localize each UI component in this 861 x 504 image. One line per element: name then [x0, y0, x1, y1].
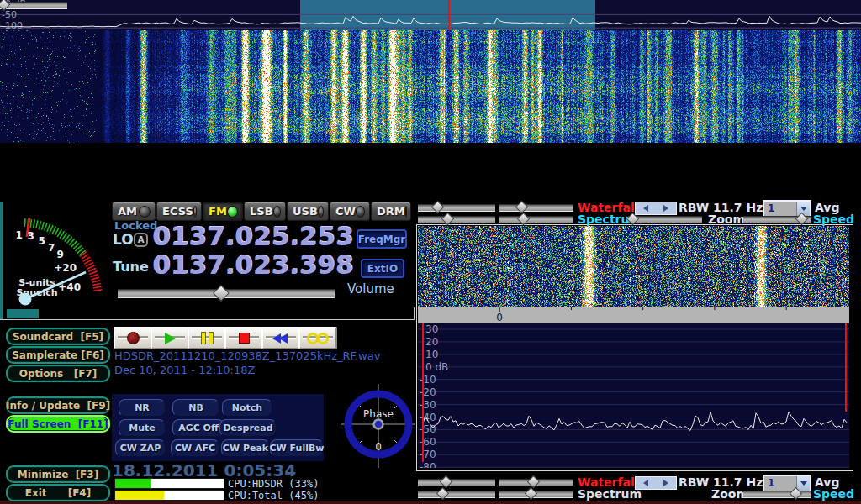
- mode-label: USB: [293, 205, 318, 218]
- scroll-left-arrow[interactable]: [643, 480, 648, 486]
- scroll-right-arrow[interactable]: [663, 205, 668, 212]
- loop-button[interactable]: [298, 327, 337, 349]
- recording-filename[interactable]: HDSDR_20111210_120938Z_137025kHz_RF.wav: [114, 349, 380, 362]
- dsp-button-cw-zap[interactable]: CW ZAP: [115, 439, 166, 457]
- top-waterfall-brightness-slider[interactable]: [499, 204, 573, 212]
- bottom-spectrum-contrast-slider-thumb[interactable]: [436, 487, 450, 501]
- top-waterfall-brightness-slider-thumb[interactable]: [515, 201, 529, 214]
- scroll-right-arrow[interactable]: [663, 480, 668, 486]
- mode-button-am[interactable]: AM: [112, 202, 156, 221]
- scroll-left-arrow[interactable]: [643, 205, 648, 212]
- bottom-waterfall-brightness-slider-thumb[interactable]: [527, 475, 541, 489]
- rx-marker-right[interactable]: [845, 323, 847, 412]
- dropdown-arrow-icon[interactable]: [796, 476, 810, 491]
- mode-button-cw[interactable]: CW: [330, 202, 370, 221]
- avg-count-value: 1: [764, 476, 796, 491]
- volume-slider[interactable]: [118, 289, 335, 298]
- extio-button[interactable]: ExtIO: [361, 259, 404, 278]
- dsp-button-notch[interactable]: Notch: [222, 399, 272, 417]
- menu-button-info[interactable]: Info / Update [F9]: [6, 396, 110, 414]
- mode-led-indicator: [356, 206, 365, 218]
- menu-button-exit[interactable]: Exit [F4]: [6, 484, 110, 501]
- bottom-spectrum-brightness-slider[interactable]: [499, 491, 573, 498]
- dsp-button-cw-afc[interactable]: CW AFC: [171, 439, 219, 457]
- menu-button-soundcard[interactable]: Soundcard [F5]: [6, 328, 110, 345]
- pause-button[interactable]: [188, 327, 226, 349]
- lo-auto-badge[interactable]: A: [134, 233, 148, 247]
- rx-marker-left[interactable]: [422, 323, 424, 462]
- top-waterfall-contrast-slider[interactable]: [418, 204, 495, 212]
- top-zoom-slider[interactable]: [628, 216, 702, 223]
- cpu-total-meter: [114, 490, 224, 501]
- top-zoom-label: Zoom: [708, 213, 745, 226]
- cpu-hdsdr-fill: [115, 479, 151, 488]
- top-speed-label: Speed: [813, 213, 854, 226]
- mode-button-drm[interactable]: DRM: [371, 202, 411, 221]
- panel-divider-corner: [414, 307, 415, 320]
- mode-label: ECSS: [162, 205, 193, 218]
- mode-button-lsb[interactable]: LSB: [244, 202, 286, 221]
- rx-waterfall-display[interactable]: [418, 226, 849, 307]
- dsp-button-cw-peak[interactable]: CW Peak: [221, 439, 270, 457]
- bottom-spectrum-contrast-slider[interactable]: [418, 491, 495, 498]
- dsp-button-cw-fullbw[interactable]: CW FullBw: [270, 439, 324, 457]
- top-spectrum-contrast-slider[interactable]: [418, 216, 495, 223]
- mode-led-indicator: [318, 206, 324, 218]
- stop-button[interactable]: [224, 327, 263, 349]
- dsp-button-agc-off[interactable]: AGC Off: [172, 419, 224, 437]
- freqmgr-button[interactable]: FreqMgr: [357, 229, 407, 249]
- menu-button-full[interactable]: Full Screen [F11]: [6, 415, 110, 433]
- mode-label: FM: [209, 205, 227, 218]
- top-spectrum-brightness-slider-thumb[interactable]: [517, 213, 531, 226]
- bottom-zoom-slider[interactable]: [0, 2, 67, 9]
- volume-slider-thumb[interactable]: [213, 285, 230, 302]
- mode-button-ecss[interactable]: ECSS: [156, 202, 202, 221]
- mode-label: LSB: [250, 205, 273, 218]
- dsp-button-mute[interactable]: Mute: [119, 419, 166, 437]
- top-waterfall-contrast-slider-thumb[interactable]: [431, 201, 445, 214]
- phase-label: Phase: [363, 408, 394, 420]
- cpu-hdsdr-label: CPU:HDSDR (33%): [228, 478, 319, 490]
- phase-indicator[interactable]: Phase0: [340, 382, 417, 470]
- top-spectrum-contrast-slider-thumb[interactable]: [441, 213, 455, 226]
- smeter-scale-number: 9: [57, 249, 64, 260]
- menu-button-samplerate[interactable]: Samplerate [F6]: [6, 346, 110, 364]
- rx-frequency-scale[interactable]: 010002000300040005000: [418, 307, 849, 323]
- tune-marker-line[interactable]: [448, 0, 450, 30]
- top-speed-slider[interactable]: [743, 216, 811, 223]
- lo-label: LO: [113, 231, 134, 248]
- smeter-gauge[interactable]: 13579+20+40S-unitsSquelch: [0, 202, 111, 321]
- tune-frequency-digits[interactable]: 0137.023.398: [152, 252, 353, 278]
- smeter-scale-number: 1: [16, 229, 23, 241]
- hdsdr-window: 1370001370051370101370151370201370251370…: [0, 0, 861, 504]
- dsp-button-nr[interactable]: NR: [119, 399, 166, 417]
- menu-button-options[interactable]: Options [F7]: [6, 365, 110, 382]
- rx-freq-tick-label: 0: [496, 312, 503, 323]
- mode-label: CW: [335, 205, 356, 218]
- rx-frequency-scale-ticks: 010002000300040005000: [418, 307, 849, 323]
- bottom-waterfall-contrast-slider[interactable]: [418, 479, 495, 486]
- smeter-scale-number: 3: [28, 230, 34, 242]
- dsp-button-nb[interactable]: NB: [172, 399, 219, 417]
- mode-led-indicator: [193, 206, 197, 218]
- play-icon: [165, 333, 176, 344]
- dsp-panel: NRNBNotchMuteAGC OffDespreadCW ZAPCW AFC…: [112, 394, 324, 461]
- phase-value: 0: [375, 441, 382, 453]
- bottom-avg-dropdown[interactable]: 1: [763, 475, 811, 492]
- dsp-button-despread[interactable]: Despread: [219, 419, 277, 437]
- menu-button-minimize[interactable]: Minimize [F3]: [6, 465, 110, 483]
- main-spectrum-display[interactable]: 0 dB-50-100: [0, 0, 861, 30]
- record-button[interactable]: [114, 327, 152, 349]
- rx-db-label: 10: [425, 349, 438, 360]
- bottom-speed-slider[interactable]: [743, 491, 811, 498]
- play-button[interactable]: [151, 327, 189, 349]
- mode-button-usb[interactable]: USB: [287, 202, 329, 221]
- bottom-waterfall-contrast-slider-thumb[interactable]: [440, 475, 453, 489]
- rx-spectrum-display[interactable]: 3020100 dB-10-20-30-40-50-60-70-80: [418, 323, 849, 468]
- bottom-spectrum-brightness-slider-thumb[interactable]: [525, 487, 538, 501]
- bottom-waterfall-brightness-slider[interactable]: [499, 479, 573, 486]
- rewind-button[interactable]: [261, 327, 300, 349]
- lo-frequency-digits[interactable]: 0137.025.253: [152, 223, 353, 249]
- mode-button-fm[interactable]: FM: [203, 202, 243, 221]
- top-spectrum-brightness-slider[interactable]: [499, 216, 573, 223]
